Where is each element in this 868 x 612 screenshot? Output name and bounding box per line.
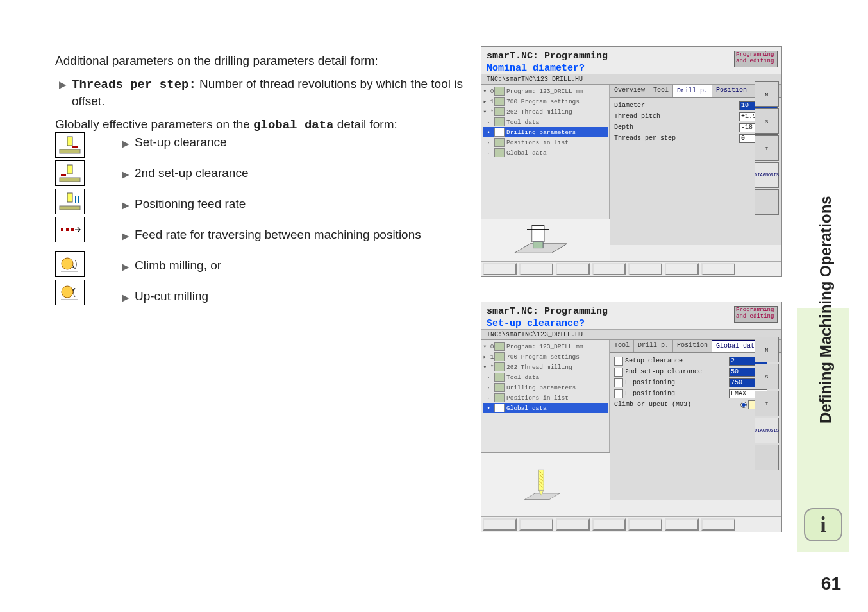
tree-node[interactable]: ·Global data	[483, 148, 608, 158]
svg-rect-8	[75, 196, 76, 203]
positioning-feedrate-icon	[55, 189, 85, 214]
softkey[interactable]	[701, 518, 735, 531]
field-label: 2nd set-up clearance	[625, 368, 729, 375]
tree-node[interactable]: ▾ *262 Thread milling	[483, 362, 608, 372]
tree-node[interactable]: ▾ 0Program: 123_DRILL mm	[483, 341, 608, 352]
tree-node[interactable]: ·Tool data	[483, 372, 608, 382]
global-item: Climb milling, or	[135, 259, 221, 273]
svg-rect-4	[67, 165, 72, 174]
tree-node[interactable]: •Global data	[483, 403, 608, 413]
tab[interactable]: Drill p.	[634, 340, 673, 352]
tab[interactable]: Tool	[649, 85, 673, 97]
softkey[interactable]	[519, 263, 553, 275]
tree-node[interactable]: ·Positions in list	[483, 393, 608, 403]
page-number: 61	[821, 574, 841, 594]
sidebar-button[interactable]	[755, 189, 779, 215]
sidebar-button[interactable]: S	[755, 364, 779, 389]
info-icon-glyph: i	[820, 513, 826, 537]
sidebar-button[interactable]: T	[755, 135, 779, 161]
tab[interactable]: Position	[673, 340, 712, 352]
window-subtitle: Set-up clearance?	[487, 318, 776, 329]
softkey[interactable]	[701, 263, 735, 275]
intro-paragraph-2: Globally effective parameters on the glo…	[55, 116, 465, 134]
preview-pane	[481, 219, 610, 261]
svg-rect-9	[78, 196, 79, 203]
softkey[interactable]	[592, 518, 626, 531]
tree-node[interactable]: ▸ 1700 Program settings	[483, 96, 608, 106]
path-bar: TNC:\smarTNC\123_DRILL.HU	[481, 330, 781, 340]
softkey-bar[interactable]	[481, 516, 781, 532]
field-icon	[614, 378, 623, 387]
upcut-milling-icon	[55, 280, 85, 305]
form-row: Setup clearance2G	[614, 355, 778, 366]
softkey[interactable]	[483, 263, 517, 275]
triangle-bullet-icon: ▶	[122, 167, 129, 181]
field-label: F positioning	[625, 390, 729, 397]
field-icon	[614, 368, 623, 377]
preview-graphic-icon	[508, 222, 583, 259]
tab[interactable]: Position	[712, 85, 751, 97]
softkey[interactable]	[592, 263, 626, 275]
sidebar-button[interactable]: T	[755, 391, 779, 416]
softkey[interactable]	[556, 518, 590, 531]
tree-node[interactable]: ▾ 0Program: 123_DRILL mm	[483, 86, 608, 96]
softkey[interactable]	[519, 518, 553, 531]
sidebar-button[interactable]: M	[755, 337, 779, 362]
field-label: Thread pitch	[614, 113, 739, 120]
form-row: Thread pitch+1.5	[614, 111, 778, 122]
triangle-bullet-icon: ▶	[122, 137, 129, 150]
softkey[interactable]	[665, 263, 699, 275]
tab[interactable]: Overview	[610, 85, 649, 97]
preview-pane	[481, 452, 610, 516]
window-subtitle: Nominal diameter?	[487, 63, 776, 74]
global-item: Positioning feed rate	[135, 197, 246, 211]
form-row: 2nd set-up clearance50G	[614, 366, 778, 377]
svg-point-13	[62, 258, 73, 269]
svg-rect-6	[60, 206, 80, 210]
svg-rect-1	[67, 137, 72, 146]
global-item: Up-cut milling	[135, 289, 208, 303]
tree-node[interactable]: ·Positions in list	[483, 137, 608, 148]
softkey[interactable]	[483, 518, 517, 531]
mode-indicator: Programming and editing	[734, 51, 778, 67]
intro-paragraph-1: Additional parameters on the drilling pa…	[55, 53, 465, 69]
window-title: smarT.NC: Programming	[487, 306, 776, 317]
sidebar-button[interactable]: M	[755, 81, 779, 107]
field-label: Threads per step	[614, 135, 739, 142]
form-row: F positioning750G	[614, 377, 778, 388]
form-row: Climb or upcut (M03)	[614, 399, 778, 410]
tree-node[interactable]: ▾ *262 Thread milling	[483, 106, 608, 117]
tree-node[interactable]: •Drilling parameters	[483, 127, 608, 137]
para2-b: detail form:	[334, 117, 397, 131]
sidebar-button[interactable]: DIAGNOSIS	[755, 418, 779, 443]
sidebar-button[interactable]: S	[755, 108, 779, 134]
sidebar-button[interactable]	[755, 445, 779, 470]
tab[interactable]: Tool	[610, 340, 634, 352]
radio-option[interactable]	[740, 402, 747, 408]
right-sidebar: MSTDIAGNOSIS	[755, 81, 779, 259]
tree-node[interactable]: ▸ 1700 Program settings	[483, 352, 608, 362]
softkey[interactable]	[556, 263, 590, 275]
softkey[interactable]	[628, 518, 662, 531]
form-row: Diameter10	[614, 100, 778, 111]
svg-point-15	[62, 286, 73, 298]
svg-rect-7	[67, 193, 72, 202]
window-title: smarT.NC: Programming	[487, 51, 776, 62]
softkey[interactable]	[665, 518, 699, 531]
traverse-feedrate-icon	[55, 217, 85, 242]
tab[interactable]: Drill p.	[673, 85, 712, 97]
info-icon: i	[804, 508, 842, 541]
svg-rect-3	[60, 178, 80, 182]
softkey-bar[interactable]	[481, 261, 781, 276]
global-bullets: ▶Set-up clearance ▶2nd set-up clearance …	[122, 135, 462, 319]
sidebar-button[interactable]: DIAGNOSIS	[755, 162, 779, 188]
path-bar: TNC:\smarTNC\123_DRILL.HU	[481, 74, 781, 85]
tree-node[interactable]: ·Tool data	[483, 117, 608, 127]
form-row: Depth-18	[614, 122, 778, 133]
softkey[interactable]	[628, 263, 662, 275]
bullet-text: Threads per step: Number of thread revol…	[72, 76, 465, 110]
tree-node[interactable]: ·Drilling parameters	[483, 382, 608, 393]
field-label: Climb or upcut (M03)	[614, 401, 740, 408]
bullet-threads-per-step: ▶ Threads per step: Number of thread rev…	[59, 76, 465, 110]
field-label: Setup clearance	[625, 357, 729, 364]
